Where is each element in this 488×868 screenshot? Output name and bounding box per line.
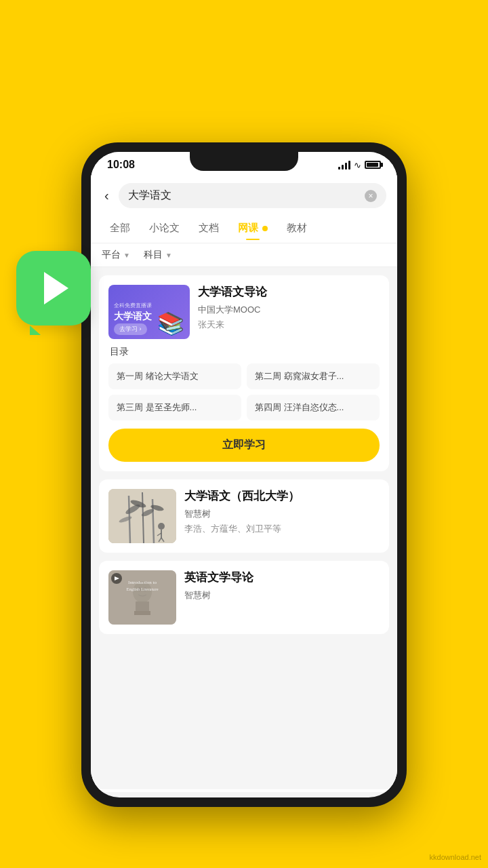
tab-all[interactable]: 全部 <box>102 216 138 240</box>
learn-button-1[interactable]: 立即学习 <box>108 429 380 462</box>
thumb-small-text: 全科免费直播课 <box>114 302 152 309</box>
course-card-3[interactable]: Introduction to English Literature 英语文学导… <box>99 561 389 634</box>
phone-mockup: 10:08 ∿ ‹ <box>81 142 407 807</box>
course-teacher-2: 李浩、方蕴华、刘卫平等 <box>184 523 380 535</box>
back-button[interactable]: ‹ <box>102 185 112 206</box>
catalog-item-3[interactable]: 第三周 是至圣先师... <box>108 395 241 420</box>
course-card-1[interactable]: 全科免费直播课 大学语文 📚 去学习 › 大学语文导论 中国大学MOOC <box>99 275 389 471</box>
search-query: 大学语文 <box>128 189 359 203</box>
course-thumb-3: Introduction to English Literature <box>108 570 176 625</box>
clear-button[interactable]: × <box>365 190 377 202</box>
filter-row: 平台 ▼ 科目 ▼ <box>91 243 397 267</box>
search-area: ‹ 大学语文 × <box>91 175 397 214</box>
wifi-icon: ∿ <box>354 160 361 170</box>
phone-notch <box>190 152 298 171</box>
course-info-3: 英语文学导论 智慧树 <box>184 570 380 625</box>
tabs-area: 全部 小论文 文档 网课 教材 <box>91 214 397 243</box>
search-input-wrap[interactable]: 大学语文 × <box>119 183 386 208</box>
course-thumb-2 <box>108 489 176 543</box>
thumb-main-text: 大学语文 <box>114 311 152 323</box>
catalog-label: 目录 <box>108 346 380 358</box>
catalog-item-1[interactable]: 第一周 绪论大学语文 <box>108 363 241 389</box>
results-area: 全科免费直播课 大学语文 📚 去学习 › 大学语文导论 中国大学MOOC <box>91 267 397 789</box>
course-top-2: 大学语文（西北大学） 智慧树 李浩、方蕴华、刘卫平等 <box>108 489 380 543</box>
course-card-2[interactable]: 大学语文（西北大学） 智慧树 李浩、方蕴华、刘卫平等 <box>99 479 389 553</box>
screen-content: ‹ 大学语文 × 全部 小论文 文档 <box>91 175 397 792</box>
status-time: 10:08 <box>107 159 135 171</box>
catalog-item-4[interactable]: 第四周 汪洋自恣仪态... <box>247 395 380 420</box>
svg-text:Introduction to: Introduction to <box>128 580 157 585</box>
platform-filter[interactable]: 平台 ▼ <box>102 249 130 261</box>
catalog-item-2[interactable]: 第二周 窈窕淑女君子... <box>247 363 380 389</box>
course-top-3: Introduction to English Literature 英语文学导… <box>108 570 380 625</box>
subject-filter[interactable]: 科目 ▼ <box>144 249 172 261</box>
watermark: kkdownload.net <box>430 853 481 861</box>
status-icons: ∿ <box>338 160 381 170</box>
tab-paper[interactable]: 小论文 <box>141 216 188 240</box>
course-teacher-1: 张天来 <box>198 319 380 331</box>
course-platform-1: 中国大学MOOC <box>198 304 380 316</box>
course-info-2: 大学语文（西北大学） 智慧树 李浩、方蕴华、刘卫平等 <box>184 489 380 543</box>
phone-frame: 10:08 ∿ ‹ <box>81 142 407 807</box>
platform-filter-arrow: ▼ <box>123 252 130 259</box>
app-play-button[interactable] <box>16 251 91 326</box>
course-title-3: 英语文学导论 <box>184 570 380 585</box>
svg-text:English Literature: English Literature <box>126 587 158 591</box>
intro-svg: Introduction to English Literature <box>108 570 176 625</box>
course-title-2: 大学语文（西北大学） <box>184 489 380 504</box>
signal-icon <box>338 160 350 170</box>
tab-textbook[interactable]: 教材 <box>279 216 315 240</box>
catalog-grid: 第一周 绪论大学语文 第二周 窈窕淑女君子... 第三周 是至圣先师... 第四… <box>108 363 380 420</box>
tab-online[interactable]: 网课 <box>230 216 276 240</box>
course-top-1: 全科免费直播课 大学语文 📚 去学习 › 大学语文导论 中国大学MOOC <box>108 285 380 339</box>
subject-filter-arrow: ▼ <box>165 252 172 259</box>
ink-svg <box>108 489 176 543</box>
tab-online-badge <box>262 226 268 231</box>
battery-icon <box>365 161 381 169</box>
book-icon: 📚 <box>157 311 184 336</box>
thumb-learn-label: 去学习 › <box>114 323 147 335</box>
phone-screen: 10:08 ∿ ‹ <box>91 152 397 797</box>
course-title-1: 大学语文导论 <box>198 285 380 300</box>
play-icon <box>44 272 68 304</box>
course-info-1: 大学语文导论 中国大学MOOC 张天来 <box>198 285 380 339</box>
course-thumb-1: 全科免费直播课 大学语文 📚 去学习 › <box>108 285 190 339</box>
svg-point-9 <box>158 523 165 530</box>
tab-doc[interactable]: 文档 <box>190 216 227 240</box>
course-platform-3: 智慧树 <box>184 589 380 601</box>
course-platform-2: 智慧树 <box>184 508 380 520</box>
